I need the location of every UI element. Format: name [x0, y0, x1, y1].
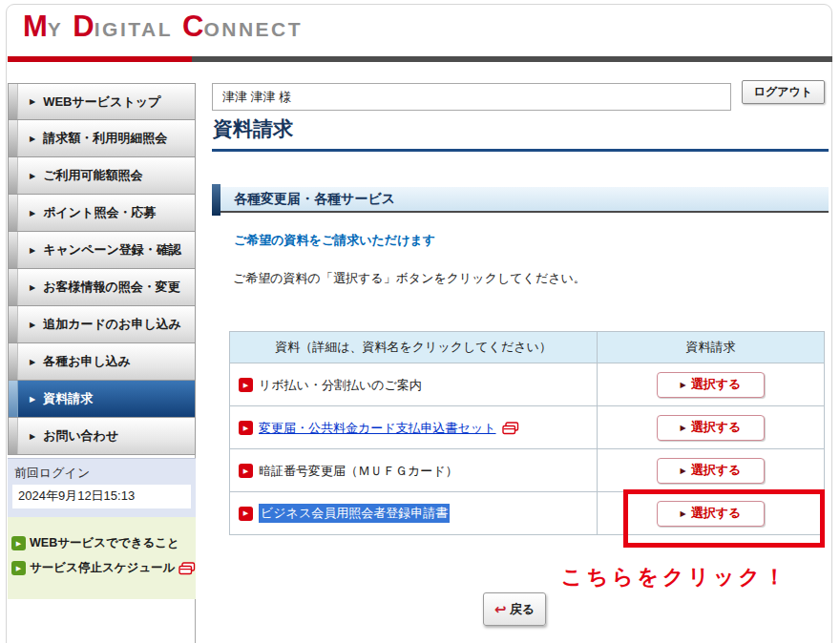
sidebar-item-label: キャンペーン登録・確認 — [43, 241, 181, 259]
select-button-label: 選択する — [691, 505, 742, 522]
sidebar-item-campaign[interactable]: ▶キャンペーン登録・確認 — [8, 232, 196, 269]
brand-logo: MY DIGITAL CONNECT — [23, 12, 303, 41]
column-header-request: 資料請求 — [598, 332, 825, 363]
play-icon: ▶ — [11, 536, 26, 550]
sidebar-item-label: 追加カードのお申し込み — [43, 316, 181, 333]
request-cell: ▶選択する — [598, 492, 825, 535]
header-divider — [8, 56, 832, 62]
document-cell: ▶変更届・公共料金カード支払申込書セット — [230, 406, 598, 449]
sidebar-item-applications[interactable]: ▶各種お申し込み — [8, 343, 196, 381]
request-cell: ▶選択する — [598, 449, 825, 492]
sidebar-item-customer-info[interactable]: ▶お客様情報の照会・変更 — [8, 269, 196, 306]
title-rule — [212, 149, 829, 152]
select-button[interactable]: ▶選択する — [657, 415, 765, 441]
sidebar-item-points[interactable]: ▶ポイント照会・応募 — [8, 195, 196, 232]
document-name: リボ払い・分割払いのご案内 — [259, 377, 422, 394]
sidebar-item-billing-details[interactable]: ▶請求額・利用明細照会 — [8, 120, 196, 157]
lead-text: ご希望の資料をご請求いただけます — [234, 232, 435, 249]
info-links-panel: ▶ WEBサービスでできること ▶ サービス停止スケジュール — [8, 517, 196, 599]
triangle-icon: ▶ — [30, 97, 35, 106]
sidebar-item-label: お客様情報の照会・変更 — [43, 279, 180, 296]
sidebar-item-label: 請求額・利用明細照会 — [43, 130, 167, 147]
table-row: ▶暗証番号変更届（ＭＵＦＧカード） ▶選択する — [230, 449, 825, 492]
sidebar-item-available-credit[interactable]: ▶ご利用可能額照会 — [8, 157, 196, 195]
select-button[interactable]: ▶選択する — [657, 372, 765, 398]
table-row: ▶変更届・公共料金カード支払申込書セット ▶選択する — [230, 406, 825, 449]
select-button[interactable]: ▶選択する — [657, 501, 765, 527]
info-link-label: WEBサービスでできること — [30, 535, 179, 551]
sidebar-item-contact[interactable]: ▶お問い合わせ — [8, 418, 196, 455]
triangle-icon: ▶ — [681, 424, 686, 432]
user-name-box: 津津 津津 様 — [212, 83, 731, 111]
info-link-web-service-guide[interactable]: ▶ WEBサービスでできること — [11, 535, 192, 551]
triangle-icon: ▶ — [30, 209, 35, 218]
back-button[interactable]: ↩ 戻る — [483, 592, 546, 626]
info-link-service-stop-schedule[interactable]: ▶ サービス停止スケジュール — [11, 560, 192, 576]
select-button-label: 選択する — [691, 462, 742, 479]
table-row: ▶リボ払い・分割払いのご案内 ▶選択する — [230, 363, 825, 406]
page-title: 資料請求 — [213, 115, 293, 142]
play-icon: ▶ — [239, 378, 253, 392]
triangle-icon: ▶ — [30, 432, 35, 441]
logo-word: DIGITAL — [73, 12, 173, 41]
triangle-icon: ▶ — [681, 381, 686, 389]
logo-lead-letter: D — [73, 12, 94, 41]
sidebar-item-label: WEBサービストップ — [43, 93, 160, 111]
logo-rest-letters: Y — [48, 18, 64, 41]
logo-rest-letters: ONNECT — [203, 18, 303, 41]
document-cell: ▶リボ払い・分割払いのご案内 — [230, 363, 598, 406]
document-name-selected: ビジネス会員用照会者登録申請書 — [259, 504, 450, 523]
section-header: 各種変更届・各種サービス — [212, 187, 829, 213]
table-row: ▶ビジネス会員用照会者登録申請書 ▶選択する — [230, 492, 825, 535]
document-link[interactable]: 変更届・公共料金カード支払申込書セット — [259, 420, 496, 437]
logo-rest-letters: IGITAL — [94, 18, 173, 41]
last-login-panel: 前回ログイン 2024年9月12日15:13 — [8, 458, 196, 517]
section-accent-bar — [212, 184, 220, 216]
request-cell: ▶選択する — [598, 363, 825, 406]
sidebar-item-label: 各種お申し込み — [43, 353, 131, 370]
select-button[interactable]: ▶選択する — [657, 458, 765, 484]
sidebar-item-web-service-top[interactable]: ▶WEBサービストップ — [8, 83, 196, 120]
select-button-label: 選択する — [691, 419, 742, 436]
table-header-row: 資料（詳細は、資料名をクリックしてください） 資料請求 — [230, 332, 825, 363]
request-cell: ▶選択する — [598, 406, 825, 449]
section-title: 各種変更届・各種サービス — [234, 191, 395, 208]
user-name: 津津 津津 様 — [222, 89, 291, 106]
info-link-label: サービス停止スケジュール — [30, 560, 175, 576]
triangle-icon: ▶ — [30, 395, 35, 404]
document-cell: ▶暗証番号変更届（ＭＵＦＧカード） — [230, 449, 598, 492]
document-name: 暗証番号変更届（ＭＵＦＧカード） — [259, 463, 458, 480]
sidebar-item-label: ご利用可能額照会 — [43, 167, 142, 184]
click-here-annotation: こちらをクリック！ — [561, 563, 788, 591]
back-arrow-icon: ↩ — [494, 601, 507, 618]
last-login-label: 前回ログイン — [14, 465, 191, 482]
play-icon: ▶ — [239, 421, 253, 435]
logo-lead-letter: M — [23, 12, 48, 41]
sidebar-item-document-request[interactable]: ▶資料請求 — [8, 381, 196, 418]
page: MY DIGITAL CONNECT ▶WEBサービストップ ▶請求額・利用明細… — [0, 0, 840, 643]
back-button-label: 戻る — [510, 601, 535, 618]
instruction-text: ご希望の資料の「選択する」ボタンをクリックしてください。 — [233, 270, 586, 287]
triangle-icon: ▶ — [30, 283, 35, 292]
sidebar-item-label: 資料請求 — [43, 390, 93, 407]
sidebar: ▶WEBサービストップ ▶請求額・利用明細照会 ▶ご利用可能額照会 ▶ポイント照… — [8, 83, 196, 599]
triangle-icon: ▶ — [30, 135, 35, 143]
sidebar-item-additional-card[interactable]: ▶追加カードのお申し込み — [8, 306, 196, 343]
logo-word: CONNECT — [182, 12, 303, 41]
column-header-document: 資料（詳細は、資料名をクリックしてください） — [230, 332, 598, 363]
triangle-icon: ▶ — [30, 246, 35, 255]
logout-button[interactable]: ログアウト — [742, 80, 825, 104]
triangle-icon: ▶ — [681, 509, 686, 518]
triangle-icon: ▶ — [681, 467, 686, 475]
play-icon: ▶ — [239, 464, 253, 478]
logo-word: MY — [23, 12, 63, 41]
header-divider-accent — [8, 56, 192, 62]
sidebar-item-label: ポイント照会・応募 — [43, 204, 156, 221]
logo-lead-letter: C — [182, 12, 203, 41]
card-icon — [502, 422, 519, 435]
card-icon — [178, 562, 196, 575]
documents-table: 資料（詳細は、資料名をクリックしてください） 資料請求 ▶リボ払い・分割払いのご… — [229, 331, 825, 535]
document-cell: ▶ビジネス会員用照会者登録申請書 — [230, 492, 598, 535]
play-icon: ▶ — [239, 507, 253, 521]
triangle-icon: ▶ — [30, 358, 35, 366]
